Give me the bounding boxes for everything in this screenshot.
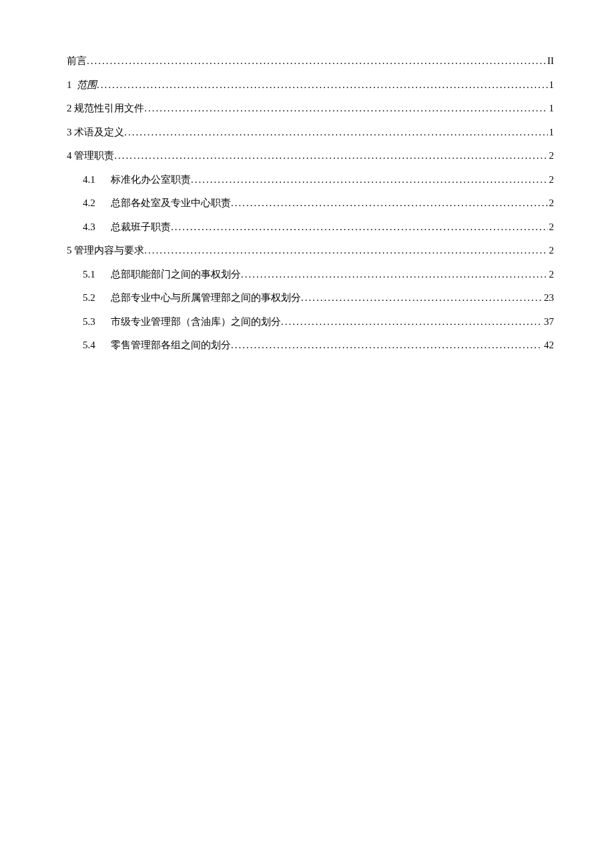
toc-page: 1 (548, 101, 555, 116)
toc-dots (114, 148, 547, 163)
toc-label: 零售管理部各组之间的划分 (111, 338, 231, 353)
toc-entry-4-1: 4.1 标准化办公室职责 2 (67, 172, 554, 187)
toc-entry-2: 2 规范性引用文件 1 (67, 101, 554, 116)
toc-dots (281, 314, 543, 330)
toc-entry-5-3: 5.3 市级专业管理部（含油库）之间的划分 37 (67, 314, 554, 330)
toc-num: 4.1 (83, 172, 101, 187)
toc-dots (231, 338, 543, 353)
toc-page: 37 (543, 314, 554, 330)
toc-label: 前言 (67, 53, 87, 69)
toc-dots (87, 53, 546, 69)
toc-dots (124, 125, 547, 140)
toc-page: 1 (548, 125, 555, 140)
toc-num: 3 (67, 125, 72, 140)
toc-entry-5: 5 管理内容与要求 2 (67, 243, 554, 258)
toc-entry-5-1: 5.1 总部职能部门之间的事权划分 2 (67, 267, 554, 282)
toc-page: 2 (548, 220, 555, 235)
toc-dots (144, 101, 547, 116)
toc-entry-4: 4 管理职责 2 (67, 148, 554, 163)
toc-label: 总部专业中心与所属管理部之间的事权划分 (111, 290, 301, 306)
toc-label: 总部各处室及专业中心职责 (111, 195, 231, 211)
toc-page: II (546, 53, 554, 69)
toc-entry-1: 1 范围 1 (67, 77, 554, 93)
toc-dots (171, 220, 548, 235)
toc-dots (241, 267, 548, 282)
toc-entry-preface: 前言 II (67, 53, 554, 69)
toc-entry-4-3: 4.3 总裁班子职责 2 (67, 220, 554, 235)
toc-page: 2 (548, 172, 555, 187)
toc-label: 管理职责 (74, 148, 114, 163)
toc-dots (191, 172, 548, 187)
toc-label: 总裁班子职责 (111, 220, 171, 235)
toc-page: 2 (548, 148, 555, 163)
table-of-contents: 前言 II 1 范围 1 2 规范性引用文件 1 3 术语及定义 1 4 管理职… (67, 53, 554, 353)
toc-num: 1 (67, 77, 72, 93)
toc-entry-3: 3 术语及定义 1 (67, 125, 554, 140)
toc-page: 2 (548, 195, 555, 211)
toc-entry-5-2: 5.2 总部专业中心与所属管理部之间的事权划分 23 (67, 290, 554, 306)
toc-label: 术语及定义 (74, 125, 124, 140)
toc-label: 总部职能部门之间的事权划分 (111, 267, 241, 282)
toc-page: 42 (543, 338, 554, 353)
toc-num: 5 (67, 243, 72, 258)
toc-num: 5.2 (83, 290, 101, 306)
toc-page: 2 (548, 267, 555, 282)
toc-entry-5-4: 5.4 零售管理部各组之间的划分 42 (67, 338, 554, 353)
toc-num: 5.1 (83, 267, 101, 282)
toc-dots (97, 77, 548, 93)
toc-page: 1 (548, 77, 555, 93)
toc-label: 管理内容与要求 (74, 243, 144, 258)
toc-num: 4.3 (83, 220, 101, 235)
toc-dots (144, 243, 547, 258)
toc-dots (231, 195, 548, 211)
toc-num: 2 (67, 101, 72, 116)
toc-label: 标准化办公室职责 (111, 172, 191, 187)
toc-label: 市级专业管理部（含油库）之间的划分 (111, 314, 281, 330)
toc-dots (301, 290, 543, 306)
toc-num: 4.2 (83, 195, 101, 211)
toc-label: 规范性引用文件 (74, 101, 144, 116)
toc-page: 2 (548, 243, 555, 258)
toc-num: 4 (67, 148, 72, 163)
toc-entry-4-2: 4.2 总部各处室及专业中心职责 2 (67, 195, 554, 211)
toc-page: 23 (543, 290, 554, 306)
toc-num: 5.4 (83, 338, 101, 353)
toc-num: 5.3 (83, 314, 101, 330)
toc-label: 范围 (77, 77, 97, 93)
